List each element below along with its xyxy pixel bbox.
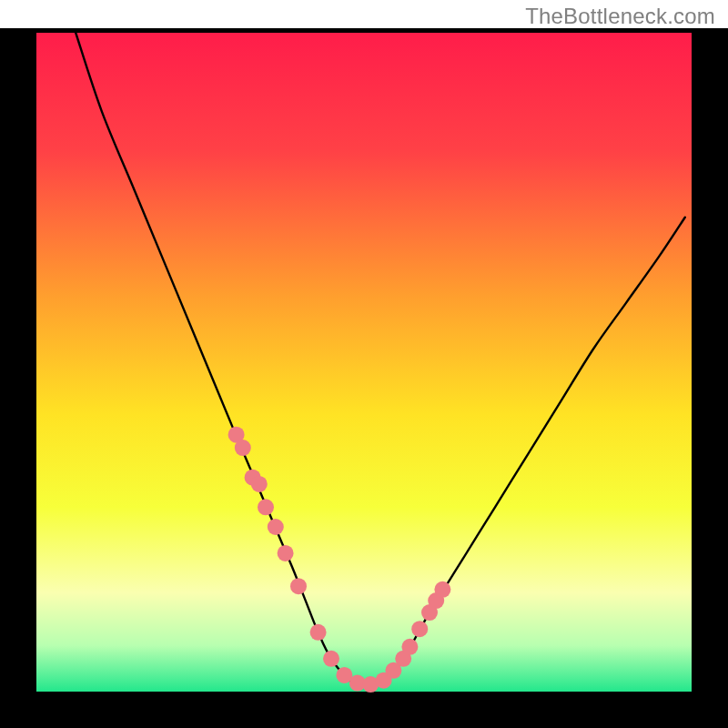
- sample-point: [401, 639, 418, 655]
- sample-point: [323, 651, 339, 667]
- attribution-label: TheBottleneck.com: [525, 4, 715, 29]
- bottleneck-chart: [0, 0, 728, 728]
- sample-point: [258, 499, 274, 515]
- sample-point: [278, 545, 294, 561]
- sample-point: [268, 519, 284, 535]
- sample-point: [290, 578, 307, 594]
- sample-point: [310, 624, 327, 641]
- sample-point: [235, 440, 251, 456]
- sample-point: [434, 581, 450, 598]
- sample-point: [411, 621, 428, 637]
- chart-frame: TheBottleneck.com: [0, 0, 728, 728]
- chart-plot-area: [36, 33, 692, 692]
- sample-point: [251, 476, 268, 492]
